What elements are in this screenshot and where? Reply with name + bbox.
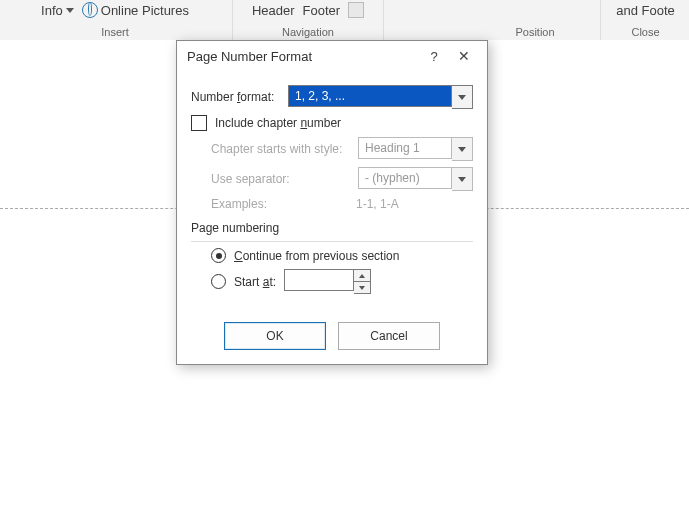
ribbon-group-navigation: Header Footer Navigation	[232, 0, 384, 40]
dialog-button-row: OK Cancel	[191, 322, 473, 350]
chevron-down-icon	[66, 8, 74, 13]
chapter-style-value: Heading 1	[358, 137, 452, 159]
help-button[interactable]: ?	[419, 44, 449, 68]
include-chapter-checkbox[interactable]	[191, 115, 207, 131]
chapter-style-label: Chapter starts with style:	[211, 142, 342, 156]
number-format-row: Number format: 1, 2, 3, ...	[191, 85, 473, 109]
separator-combo: - (hyphen)	[358, 167, 473, 191]
continue-radio[interactable]	[211, 248, 226, 263]
close-icon: ✕	[458, 48, 470, 64]
dialog-titlebar: Page Number Format ? ✕	[177, 41, 487, 71]
ribbon-group-label: Insert	[0, 26, 230, 38]
continue-row[interactable]: Continue from previous section	[211, 248, 473, 263]
separator-row: Use separator: - (hyphen)	[211, 167, 473, 191]
ribbon-online-pictures[interactable]: Online Pictures	[82, 2, 189, 18]
spin-down-button[interactable]	[354, 282, 371, 294]
start-at-row[interactable]: Start at:	[211, 269, 473, 294]
chevron-down-icon	[359, 286, 365, 290]
chapter-style-dropdown-button	[452, 137, 473, 161]
start-at-input[interactable]	[284, 269, 354, 291]
separator-value: - (hyphen)	[358, 167, 452, 189]
number-format-value[interactable]: 1, 2, 3, ...	[288, 85, 452, 107]
chevron-up-icon	[359, 274, 365, 278]
chevron-down-icon	[458, 147, 466, 152]
ribbon-group-label: Navigation	[233, 26, 383, 38]
ribbon-header[interactable]: Header	[252, 3, 295, 18]
start-at-radio[interactable]	[211, 274, 226, 289]
include-chapter-row[interactable]: Include chapter number	[191, 115, 473, 131]
ribbon-group-position: Position	[470, 0, 601, 40]
ok-button[interactable]: OK	[224, 322, 326, 350]
start-at-spinner[interactable]	[284, 269, 371, 294]
chevron-down-icon	[458, 95, 466, 100]
number-format-label: Number format:	[191, 90, 274, 104]
ribbon-group-label: Close	[602, 26, 689, 38]
ribbon-group-close: and Foote Close	[602, 0, 689, 40]
separator-dropdown-button	[452, 167, 473, 191]
ribbon-footer[interactable]: Footer	[303, 3, 341, 18]
number-format-dropdown-button[interactable]	[452, 85, 473, 109]
ribbon-group-label: Position	[470, 26, 600, 38]
number-format-combo[interactable]: 1, 2, 3, ...	[288, 85, 473, 109]
cancel-button[interactable]: Cancel	[338, 322, 440, 350]
continue-label: Continue from previous section	[234, 249, 399, 263]
ribbon: Info Online Pictures Insert Header Foote…	[0, 0, 689, 41]
page-numbering-label: Page numbering	[191, 221, 473, 235]
page-number-format-dialog: Page Number Format ? ✕ Number format: 1,…	[176, 40, 488, 365]
close-button[interactable]: ✕	[449, 44, 479, 68]
chapter-style-combo: Heading 1	[358, 137, 473, 161]
page-icon[interactable]	[348, 2, 364, 18]
ribbon-group-insert: Info Online Pictures Insert	[0, 0, 230, 40]
chevron-down-icon	[458, 177, 466, 182]
ribbon-close-hf[interactable]: and Foote	[616, 3, 675, 18]
globe-icon	[82, 2, 98, 18]
separator-line	[191, 241, 473, 242]
include-chapter-label: Include chapter number	[215, 116, 341, 130]
ribbon-info[interactable]: Info	[41, 3, 74, 18]
spin-up-button[interactable]	[354, 269, 371, 282]
separator-label: Use separator:	[211, 172, 290, 186]
chapter-style-row: Chapter starts with style: Heading 1	[211, 137, 473, 161]
examples-row: Examples: 1-1, 1-A	[211, 197, 473, 211]
dialog-title: Page Number Format	[187, 49, 419, 64]
start-at-label: Start at:	[234, 275, 276, 289]
examples-label: Examples:	[211, 197, 356, 211]
examples-value: 1-1, 1-A	[356, 197, 399, 211]
